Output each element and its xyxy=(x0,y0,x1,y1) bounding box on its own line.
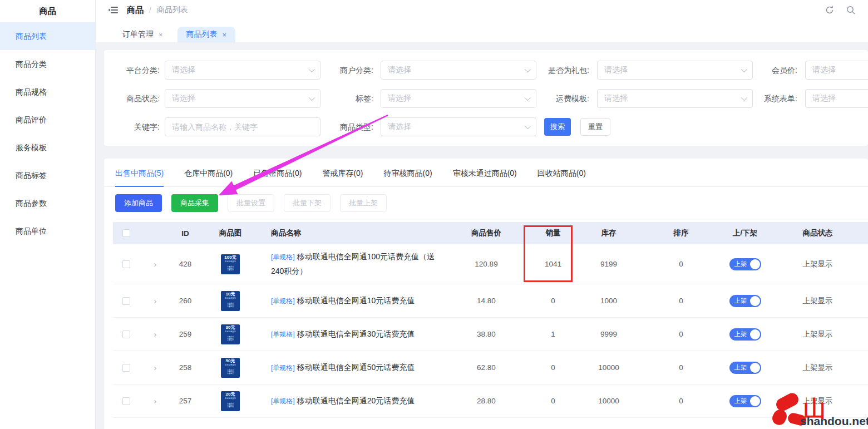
sidebar-item-product-category[interactable]: 商品分类 xyxy=(0,50,95,78)
breadcrumb-root[interactable]: 商品 xyxy=(127,5,144,16)
tag-select[interactable]: 请选择 xyxy=(381,89,536,108)
tab-recycle-bin[interactable]: 回收站商品(0) xyxy=(537,169,586,186)
shelf-toggle[interactable]: 上架 xyxy=(729,258,761,270)
row-checkbox[interactable] xyxy=(122,364,130,372)
table-row: › 260 10元手机话费直充中国移动 中国联通 中国电信 [单规格]移动联通电… xyxy=(113,284,868,318)
select-placeholder: 请选择 xyxy=(604,65,741,75)
keyword-input[interactable] xyxy=(165,117,320,136)
batch-set-button[interactable]: 批量设置 xyxy=(228,194,274,212)
spec-tag: [单规格] xyxy=(271,397,295,405)
sidebar-item-product-param[interactable]: 商品参数 xyxy=(0,189,95,217)
select-all-checkbox[interactable] xyxy=(122,229,130,237)
collapse-menu-icon[interactable] xyxy=(108,6,118,14)
close-icon[interactable]: × xyxy=(159,31,163,39)
header-id: ID xyxy=(171,229,200,238)
shelf-toggle[interactable]: 上架 xyxy=(729,362,761,374)
sidebar-item-product-unit[interactable]: 商品单位 xyxy=(0,217,95,245)
tab-sold-out[interactable]: 已售罄商品(0) xyxy=(253,169,302,186)
select-placeholder: 请选择 xyxy=(388,122,525,132)
tab-in-warehouse[interactable]: 仓库中商品(0) xyxy=(184,169,233,186)
thumb-carriers-label: 中国移动 中国联通 中国电信 xyxy=(227,403,234,408)
platform-category-select[interactable]: 请选择 xyxy=(165,61,320,80)
content: 平台分类: 请选择 商户分类: 请选择 是否为礼包: 请选择 会员价: 请选择 … xyxy=(96,50,868,429)
cell-status: 上架显示 xyxy=(767,396,868,406)
toggle-knob xyxy=(750,363,760,373)
cell-id: 260 xyxy=(171,297,200,305)
table-row: › 259 30元手机话费直充中国移动 中国联通 中国电信 [单规格]移动联通电… xyxy=(113,318,868,351)
row-checkbox[interactable] xyxy=(122,260,130,268)
member-price-select[interactable]: 请选择 xyxy=(805,61,868,80)
product-name[interactable]: 移动联通电信全网通30元话费充值 xyxy=(297,329,415,338)
sidebar-item-product-tag[interactable]: 商品标签 xyxy=(0,161,95,189)
thumb-carriers-label: 中国移动 中国联通 中国电信 xyxy=(227,266,234,271)
toggle-label: 上架 xyxy=(734,260,747,268)
filter-label-freight-template: 运费模板: xyxy=(517,89,589,108)
workspace-tab-orders[interactable]: 订单管理 × xyxy=(114,27,172,42)
tab-review-rejected[interactable]: 审核未通过商品(0) xyxy=(453,169,517,186)
thumb-sub-label: 手机话费直充 xyxy=(225,297,236,299)
toggle-knob xyxy=(750,396,760,406)
row-checkbox[interactable] xyxy=(122,331,130,338)
add-product-button[interactable]: 添加商品 xyxy=(115,194,162,212)
shelf-toggle[interactable]: 上架 xyxy=(729,295,761,307)
refresh-icon[interactable] xyxy=(825,5,835,15)
collect-product-button[interactable]: 商品采集 xyxy=(171,194,218,212)
close-icon[interactable]: × xyxy=(223,31,227,39)
gift-pack-select[interactable]: 请选择 xyxy=(597,61,753,80)
product-type-select[interactable]: 请选择 xyxy=(381,117,536,136)
filter-label-system-form: 系统表单: xyxy=(732,89,797,108)
product-name[interactable]: 移动联通电信全网通20元话费充值 xyxy=(297,396,415,405)
expand-row-icon[interactable]: › xyxy=(154,329,157,339)
select-placeholder: 请选择 xyxy=(812,65,868,75)
product-name[interactable]: 移动联通电信全网通100元话费充值（送240积分） xyxy=(271,252,435,275)
product-status-select[interactable]: 请选择 xyxy=(165,89,320,108)
expand-row-icon[interactable]: › xyxy=(154,363,157,372)
shelf-toggle[interactable]: 上架 xyxy=(729,395,761,407)
sidebar-item-product-list[interactable]: 商品列表 xyxy=(0,22,95,50)
sidebar-item-product-review[interactable]: 商品评价 xyxy=(0,106,95,134)
cell-price: 62.80 xyxy=(445,363,528,372)
select-placeholder: 请选择 xyxy=(388,65,525,75)
workspace-tab-product-list[interactable]: 商品列表 × xyxy=(177,27,236,42)
cell-price: 120.89 xyxy=(445,260,528,268)
product-table-panel: 出售中商品(5) 仓库中商品(0) 已售罄商品(0) 警戒库存(0) 待审核商品… xyxy=(104,159,868,429)
row-checkbox[interactable] xyxy=(122,397,130,405)
header-sort: 排序 xyxy=(639,228,723,238)
system-form-select[interactable]: 请选择 xyxy=(805,89,868,108)
merchant-category-select[interactable]: 请选择 xyxy=(381,61,536,80)
search-icon[interactable] xyxy=(846,5,856,15)
tab-on-sale[interactable]: 出售中商品(5) xyxy=(115,169,164,187)
thumb-price-label: 100元 xyxy=(224,255,236,260)
table-row: › 258 50元手机话费直充中国移动 中国联通 中国电信 [单规格]移动联通电… xyxy=(113,351,868,384)
cell-sales: 1041 xyxy=(528,260,578,268)
search-button[interactable]: 搜索 xyxy=(544,118,571,136)
freight-template-select[interactable]: 请选择 xyxy=(597,89,753,108)
row-checkbox[interactable] xyxy=(122,297,130,305)
cell-sort: 0 xyxy=(639,397,723,405)
batch-off-shelf-button[interactable]: 批量下架 xyxy=(284,194,331,212)
action-buttons: 添加商品 商品采集 批量设置 批量下架 批量上架 xyxy=(115,194,868,212)
sidebar-item-product-spec[interactable]: 商品规格 xyxy=(0,78,95,106)
expand-row-icon[interactable]: › xyxy=(154,259,157,269)
tab-stock-alert[interactable]: 警戒库存(0) xyxy=(322,169,363,186)
header-price: 商品售价 xyxy=(445,228,528,238)
product-thumbnail: 50元手机话费直充中国移动 中国联通 中国电信 xyxy=(221,358,240,378)
header-sales: 销量 xyxy=(528,228,578,238)
batch-on-shelf-button[interactable]: 批量上架 xyxy=(340,194,387,212)
workspace-tabbar: 订单管理 × 商品列表 × xyxy=(96,20,868,43)
toggle-label: 上架 xyxy=(734,330,747,338)
cell-price: 14.80 xyxy=(445,297,528,305)
workspace-tab-label: 订单管理 xyxy=(122,29,154,40)
expand-row-icon[interactable]: › xyxy=(154,296,157,305)
product-name[interactable]: 移动联通电信全网通10元话费充值 xyxy=(297,296,415,305)
tab-pending-review[interactable]: 待审核商品(0) xyxy=(384,169,432,186)
sidebar-item-service-template[interactable]: 服务模板 xyxy=(0,134,95,161)
expand-row-icon[interactable]: › xyxy=(154,396,157,406)
thumb-price-label: 50元 xyxy=(226,358,235,363)
filter-panel: 平台分类: 请选择 商户分类: 请选择 是否为礼包: 请选择 会员价: 请选择 … xyxy=(104,50,868,146)
cell-stock: 10000 xyxy=(578,363,639,372)
shelf-toggle[interactable]: 上架 xyxy=(729,328,761,341)
product-name[interactable]: 移动联通电信全网通50元话费充值 xyxy=(297,363,415,372)
cell-sales: 1 xyxy=(528,330,578,338)
reset-button[interactable]: 重置 xyxy=(580,118,610,136)
